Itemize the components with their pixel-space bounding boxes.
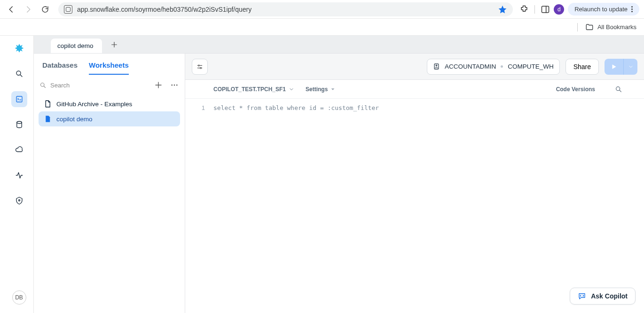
worksheet-label: GitHub Archive - Examples bbox=[56, 101, 132, 108]
tab-worksheets[interactable]: Worksheets bbox=[89, 61, 129, 75]
nav-rail: DB bbox=[5, 36, 34, 313]
svg-point-21 bbox=[436, 65, 437, 66]
svg-rect-4 bbox=[16, 96, 22, 102]
tab-label: copilot demo bbox=[57, 42, 94, 49]
svg-point-6 bbox=[18, 200, 20, 201]
run-button[interactable] bbox=[605, 59, 623, 75]
svg-rect-20 bbox=[434, 64, 439, 69]
document-icon bbox=[43, 100, 52, 108]
all-bookmarks-label[interactable]: All Bookmarks bbox=[597, 23, 636, 31]
svg-point-18 bbox=[198, 65, 200, 66]
worksheet-list: GitHub Archive - Examples copilot demo bbox=[34, 95, 185, 127]
editor-area: ACCOUNTADMIN COMPUTE_WH Share bbox=[185, 54, 644, 313]
new-tab-button[interactable] bbox=[107, 37, 122, 52]
code-content: select * from table where id = :custom_f… bbox=[213, 99, 644, 313]
forward-button[interactable] bbox=[22, 3, 35, 16]
editor-toolbar: ACCOUNTADMIN COMPUTE_WH Share bbox=[185, 54, 644, 80]
app-container: DB copilot demo Databases Worksheets bbox=[5, 36, 644, 313]
separator-dot-icon bbox=[501, 65, 503, 68]
settings-label: Settings bbox=[306, 86, 328, 93]
url-text: app.snowflake.com/soyrmoe/heb03750/w2p2i… bbox=[77, 6, 251, 13]
search-input[interactable]: Search bbox=[39, 80, 148, 91]
role-warehouse-button[interactable]: ACCOUNTADMIN COMPUTE_WH bbox=[427, 59, 560, 75]
run-dropdown-button[interactable] bbox=[623, 59, 637, 75]
svg-line-3 bbox=[20, 75, 22, 77]
rail-data-icon[interactable] bbox=[11, 117, 27, 133]
ask-copilot-label: Ask Copilot bbox=[591, 292, 628, 300]
site-info-icon[interactable] bbox=[64, 5, 72, 14]
add-worksheet-button[interactable] bbox=[153, 79, 164, 91]
side-panel-tabs: Databases Worksheets bbox=[34, 54, 185, 75]
back-button[interactable] bbox=[5, 3, 18, 16]
code-editor[interactable]: 1 select * from table where id = :custom… bbox=[185, 99, 644, 313]
schema-label: COPILOT_TEST.TPCH_SF1 bbox=[213, 86, 286, 93]
caret-down-icon bbox=[330, 87, 335, 92]
side-panel: Databases Worksheets Search bbox=[34, 54, 185, 313]
svg-point-2 bbox=[16, 71, 21, 75]
line-number: 1 bbox=[185, 104, 205, 111]
svg-point-9 bbox=[41, 83, 45, 86]
bookmarks-bar: All Bookmarks bbox=[0, 19, 644, 36]
chevron-down-icon bbox=[289, 86, 294, 92]
svg-point-13 bbox=[171, 85, 173, 86]
svg-point-19 bbox=[200, 67, 202, 69]
schema-selector[interactable]: COPILOT_TEST.TPCH_SF1 bbox=[213, 86, 294, 93]
more-actions-button[interactable] bbox=[169, 79, 180, 91]
role-icon bbox=[433, 63, 440, 70]
settings-dropdown[interactable]: Settings bbox=[306, 86, 335, 93]
tab-databases[interactable]: Databases bbox=[42, 61, 78, 75]
run-button-group bbox=[605, 59, 637, 75]
svg-point-22 bbox=[616, 86, 620, 90]
bookmark-star-icon[interactable] bbox=[498, 5, 507, 14]
separator bbox=[534, 5, 535, 14]
browser-chrome: app.snowflake.com/soyrmoe/heb03750/w2p2i… bbox=[0, 0, 644, 19]
chrome-menu-icon[interactable] bbox=[631, 6, 633, 12]
snowflake-logo[interactable] bbox=[13, 43, 26, 56]
relaunch-button[interactable]: Relaunch to update bbox=[568, 3, 639, 16]
relaunch-label: Relaunch to update bbox=[574, 6, 628, 13]
worksheet-label: copilot demo bbox=[56, 116, 93, 123]
warehouse-label: COMPUTE_WH bbox=[508, 63, 554, 70]
rail-search-icon[interactable] bbox=[11, 66, 27, 82]
separator bbox=[577, 23, 578, 31]
filter-button[interactable] bbox=[192, 59, 208, 75]
svg-line-23 bbox=[620, 90, 621, 92]
content-area: copilot demo Databases Worksheets bbox=[34, 36, 644, 313]
document-icon bbox=[43, 115, 52, 123]
folder-icon bbox=[585, 23, 594, 31]
side-panel-search-row: Search bbox=[34, 75, 185, 95]
rail-worksheets-icon[interactable] bbox=[11, 91, 27, 107]
list-item[interactable]: copilot demo bbox=[39, 111, 180, 126]
share-button[interactable]: Share bbox=[565, 59, 599, 75]
rail-activity-icon[interactable] bbox=[11, 167, 27, 183]
svg-point-5 bbox=[16, 121, 22, 124]
user-avatar[interactable]: DB bbox=[12, 290, 26, 305]
role-label: ACCOUNTADMIN bbox=[445, 63, 496, 70]
tab-copilot-demo[interactable]: copilot demo bbox=[51, 39, 102, 53]
svg-rect-0 bbox=[542, 6, 549, 12]
context-bar: COPILOT_TEST.TPCH_SF1 Settings Code Vers… bbox=[185, 80, 644, 99]
worksheet-tabstrip: copilot demo bbox=[34, 36, 644, 54]
rail-admin-icon[interactable] bbox=[11, 193, 27, 209]
body: Databases Worksheets Search bbox=[34, 54, 644, 313]
chevron-down-icon bbox=[628, 64, 634, 70]
list-item[interactable]: GitHub Archive - Examples bbox=[39, 96, 180, 111]
ask-copilot-button[interactable]: Ask Copilot bbox=[570, 288, 636, 305]
reload-button[interactable] bbox=[39, 3, 52, 16]
line-gutter: 1 bbox=[185, 99, 213, 313]
profile-avatar[interactable]: d bbox=[554, 4, 564, 15]
svg-point-14 bbox=[174, 85, 175, 86]
side-panel-icon[interactable] bbox=[541, 5, 550, 14]
extensions-icon[interactable] bbox=[519, 5, 529, 14]
play-icon bbox=[611, 63, 617, 70]
rail-cloud-icon[interactable] bbox=[11, 142, 27, 158]
svg-point-15 bbox=[176, 85, 178, 86]
svg-line-10 bbox=[44, 86, 45, 87]
chat-icon bbox=[578, 292, 586, 300]
find-in-code-button[interactable] bbox=[615, 86, 622, 93]
address-bar[interactable]: app.snowflake.com/soyrmoe/heb03750/w2p2i… bbox=[58, 2, 513, 16]
search-placeholder: Search bbox=[50, 82, 70, 89]
code-versions-button[interactable]: Code Versions bbox=[556, 86, 595, 93]
